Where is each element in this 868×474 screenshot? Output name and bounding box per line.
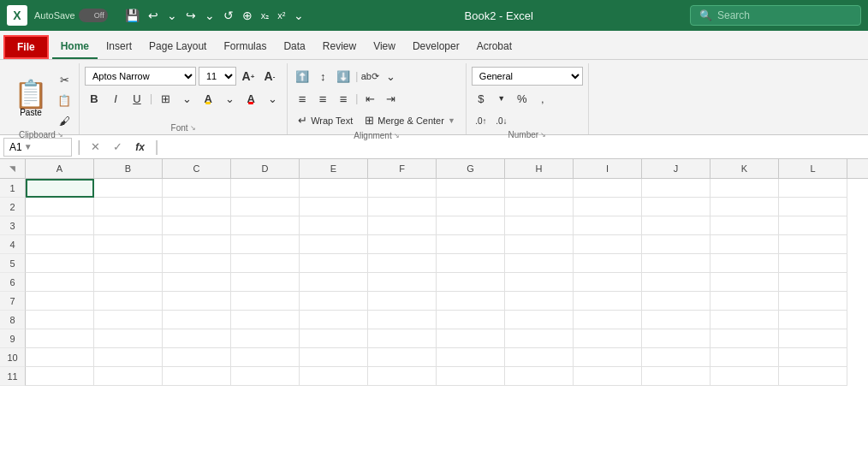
italic-button[interactable]: I: [106, 89, 125, 108]
increase-font-button[interactable]: A+: [239, 67, 258, 86]
cell-C2[interactable]: [163, 198, 231, 216]
cell-F4[interactable]: [368, 235, 437, 254]
cell-G5[interactable]: [437, 254, 505, 273]
decrease-indent-button[interactable]: ⇤: [360, 89, 379, 108]
cell-L5[interactable]: [779, 254, 847, 273]
font-family-select[interactable]: Aptos Narrow: [85, 67, 196, 86]
cell-F5[interactable]: [368, 254, 437, 273]
cell-H7[interactable]: [505, 292, 574, 311]
decrease-decimal-button[interactable]: .0↓: [492, 111, 511, 130]
cell-G11[interactable]: [437, 367, 505, 386]
percent-button[interactable]: %: [513, 89, 532, 108]
font-size-select[interactable]: 11: [199, 67, 236, 86]
align-middle-button[interactable]: ↕️: [313, 67, 332, 86]
cell-K10[interactable]: [710, 348, 779, 367]
cell-L9[interactable]: [779, 329, 847, 348]
col-header-e[interactable]: E: [300, 159, 368, 178]
search-box[interactable]: 🔍: [690, 5, 861, 26]
cell-J8[interactable]: [642, 311, 710, 329]
cell-K5[interactable]: [710, 254, 779, 273]
col-header-k[interactable]: K: [710, 159, 779, 178]
redo-dropdown[interactable]: ⌄: [201, 7, 218, 24]
currency-button[interactable]: $: [472, 89, 490, 108]
alignment-expand-icon[interactable]: ↘: [394, 132, 400, 139]
tab-formulas[interactable]: Formulas: [215, 35, 275, 59]
undo-dropdown[interactable]: ⌄: [163, 7, 181, 24]
cell-G7[interactable]: [437, 292, 505, 311]
clipboard-expand-icon[interactable]: ↘: [57, 131, 63, 139]
align-top-button[interactable]: ⬆️: [293, 67, 312, 86]
cell-H11[interactable]: [505, 367, 574, 386]
col-header-b[interactable]: B: [94, 159, 163, 178]
cell-K8[interactable]: [710, 311, 779, 329]
number-expand-icon[interactable]: ↘: [540, 131, 546, 139]
cell-D6[interactable]: [231, 273, 300, 292]
insert-function-button[interactable]: fx: [131, 138, 150, 157]
cell-A4[interactable]: [26, 235, 94, 254]
row-header-9[interactable]: 9: [0, 329, 26, 348]
col-header-d[interactable]: D: [231, 159, 300, 178]
row-header-3[interactable]: 3: [0, 216, 26, 235]
cell-C8[interactable]: [163, 311, 231, 329]
cell-I8[interactable]: [574, 311, 642, 329]
bold-button[interactable]: B: [85, 89, 104, 108]
cell-E7[interactable]: [300, 292, 368, 311]
cell-G10[interactable]: [437, 348, 505, 367]
cell-J6[interactable]: [642, 273, 710, 292]
font-color-dropdown[interactable]: ⌄: [263, 89, 282, 108]
cell-E9[interactable]: [300, 329, 368, 348]
paste-button[interactable]: 📋 Paste: [9, 77, 53, 121]
cell-K1[interactable]: [710, 179, 779, 198]
cell-A1[interactable]: [26, 179, 94, 198]
cell-L1[interactable]: [779, 179, 847, 198]
cell-J9[interactable]: [642, 329, 710, 348]
cell-A9[interactable]: [26, 329, 94, 348]
cell-H4[interactable]: [505, 235, 574, 254]
cell-D3[interactable]: [231, 216, 300, 235]
cell-K11[interactable]: [710, 367, 779, 386]
cell-C5[interactable]: [163, 254, 231, 273]
col-header-f[interactable]: F: [368, 159, 437, 178]
merge-dropdown-icon[interactable]: ▼: [448, 116, 455, 125]
cell-C3[interactable]: [163, 216, 231, 235]
cell-G8[interactable]: [437, 311, 505, 329]
cut-button[interactable]: ✂: [55, 70, 74, 89]
cell-I1[interactable]: [574, 179, 642, 198]
cell-H6[interactable]: [505, 273, 574, 292]
cell-ref-dropdown[interactable]: ▼: [24, 142, 33, 151]
tab-insert[interactable]: Insert: [98, 35, 140, 59]
cell-G1[interactable]: [437, 179, 505, 198]
cell-J1[interactable]: [642, 179, 710, 198]
cell-E11[interactable]: [300, 367, 368, 386]
undo-button[interactable]: ↩: [145, 7, 162, 24]
cell-B11[interactable]: [94, 367, 163, 386]
cell-L3[interactable]: [779, 216, 847, 235]
crosshair-button[interactable]: ⊕: [239, 7, 256, 24]
underline-button[interactable]: U: [128, 89, 146, 108]
superscript-button[interactable]: x²: [274, 9, 288, 22]
align-right-button[interactable]: ≡: [334, 89, 353, 108]
subscript-button[interactable]: x₂: [258, 9, 273, 23]
cell-A5[interactable]: [26, 254, 94, 273]
decrease-font-button[interactable]: A-: [260, 67, 279, 86]
formula-input[interactable]: [163, 141, 865, 153]
cell-F1[interactable]: [368, 179, 437, 198]
cell-E8[interactable]: [300, 311, 368, 329]
cell-K6[interactable]: [710, 273, 779, 292]
cell-A6[interactable]: [26, 273, 94, 292]
cell-L2[interactable]: [779, 198, 847, 216]
cell-A11[interactable]: [26, 367, 94, 386]
search-input[interactable]: [717, 9, 837, 21]
redo-button[interactable]: ↪: [182, 7, 199, 24]
cell-C4[interactable]: [163, 235, 231, 254]
cell-J2[interactable]: [642, 198, 710, 216]
tab-developer[interactable]: Developer: [404, 35, 468, 59]
cell-J11[interactable]: [642, 367, 710, 386]
currency-dropdown[interactable]: ▼: [492, 89, 511, 108]
cell-E6[interactable]: [300, 273, 368, 292]
cell-H5[interactable]: [505, 254, 574, 273]
cell-K4[interactable]: [710, 235, 779, 254]
cell-D10[interactable]: [231, 348, 300, 367]
tab-acrobat[interactable]: Acrobat: [468, 35, 520, 59]
cell-C7[interactable]: [163, 292, 231, 311]
